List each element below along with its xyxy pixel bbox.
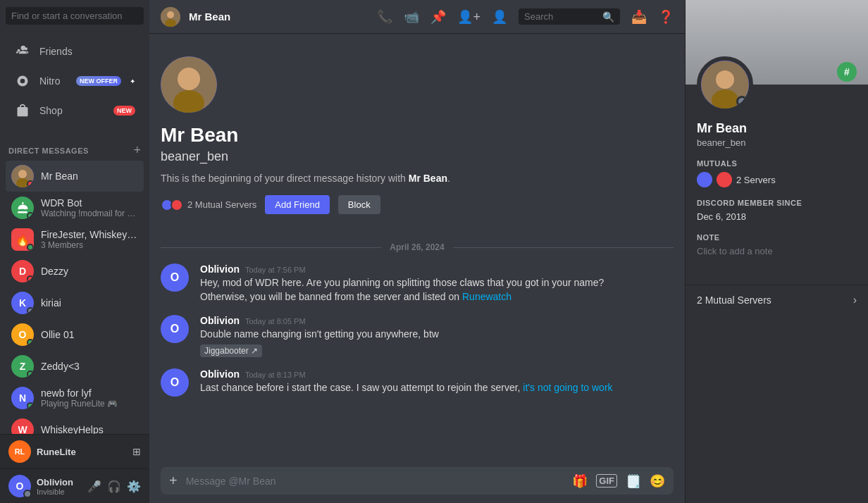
message-group-3: O Oblivion Today at 8:13 PM Last chance … (161, 368, 674, 397)
intro-actions: 2 Mutual Servers Add Friend Block (161, 195, 674, 214)
shop-badge: NEW (113, 106, 135, 116)
search-icon: 🔍 (602, 11, 614, 23)
svg-point-12 (716, 70, 734, 89)
intro-display-name: Mr Bean (161, 124, 674, 147)
shop-label: Shop (39, 105, 105, 116)
msg3-header: Oblivion Today at 8:13 PM (200, 368, 674, 380)
msg1-line2: Otherwise, you will be banned from the s… (200, 290, 674, 304)
intro-avatar (161, 56, 217, 113)
panel-avatar-area: # (686, 56, 868, 113)
panel-mutual-servers-row[interactable]: 2 Mutual Servers › (686, 285, 868, 315)
input-actions: 🎁 GIF 🗒️ 😊 (572, 473, 665, 489)
sidebar-item-friends[interactable]: Friends (6, 37, 144, 66)
ollie01-status (27, 339, 34, 346)
panel-display-name: Mr Bean (697, 121, 857, 136)
msg1-avatar: O (161, 263, 189, 292)
gif-icon[interactable]: GIF (596, 474, 617, 488)
dm-item-whiskeyhelps[interactable]: W WhiskeyHelps (6, 414, 144, 434)
dm-item-newbforlyf[interactable]: N newb for lyf Playing RuneLite 🎮 (6, 383, 144, 414)
message-input[interactable] (186, 476, 564, 487)
panel-mutuals-section: MUTUALS 2 Servers (697, 159, 857, 187)
inbox-button[interactable]: 📥 (631, 9, 647, 25)
msg3-line1: Last chance before i start the case. I s… (200, 381, 674, 395)
call-button[interactable]: 📞 (377, 9, 392, 25)
gift-icon[interactable]: 🎁 (572, 473, 588, 489)
nitro-icon (14, 73, 31, 89)
channel-avatar (161, 7, 180, 27)
message-input-bar: + 🎁 GIF 🗒️ 😊 (149, 459, 685, 503)
newbforlyf-sub: Playing RuneLite 🎮 (41, 399, 138, 409)
svg-point-6 (167, 11, 174, 18)
runescape-actions: ⊞ (132, 446, 141, 457)
msg1-time: Today at 7:56 PM (245, 266, 306, 274)
panel-member-since-section: DISCORD MEMBER SINCE Dec 6, 2018 (697, 199, 857, 222)
svg-point-1 (20, 79, 25, 84)
video-button[interactable]: 📹 (404, 9, 419, 25)
dezzy-name: Dezzy (41, 266, 138, 277)
sidebar-item-nitro[interactable]: Nitro NEW OFFER ✦ (6, 67, 144, 95)
newbforlyf-status (27, 402, 34, 409)
user-intro: Mr Bean beaner_ben This is the beginning… (161, 45, 674, 231)
dm-item-dezzy[interactable]: D Dezzy (6, 256, 144, 287)
attachment-button[interactable]: + (169, 473, 178, 489)
mute-button[interactable]: 🎤 (87, 480, 101, 493)
shop-icon (14, 102, 31, 119)
sidebar-nav: Friends Nitro NEW OFFER ✦ Shop NEW (0, 32, 149, 132)
dm-item-mrbean[interactable]: Mr Bean (6, 161, 144, 192)
pin-button[interactable]: 📌 (430, 9, 446, 25)
friends-icon (14, 43, 31, 60)
wdrbot-status (27, 212, 34, 219)
chevron-right-icon: › (853, 294, 857, 306)
intro-text: This is the beginning of your direct mes… (161, 173, 674, 184)
mrbean-status (27, 180, 34, 187)
deafen-button[interactable]: 🎧 (107, 480, 121, 493)
sidebar-item-shop[interactable]: Shop NEW (6, 97, 144, 125)
nitro-label: Nitro (39, 75, 68, 87)
whiskeyhelps-info: WhiskeyHelps (41, 424, 138, 434)
profile-button[interactable]: 👤 (492, 9, 507, 25)
settings-button[interactable]: ⚙️ (127, 480, 141, 493)
msg2-time: Today at 8:05 PM (245, 317, 306, 325)
ollie01-avatar: O (11, 323, 34, 346)
find-conversation-input[interactable] (6, 7, 144, 25)
help-button[interactable]: ❓ (658, 9, 674, 25)
add-friend-button[interactable]: Add Friend (265, 195, 330, 214)
wdrbot-sub: Watching !modmail for reports (41, 209, 138, 218)
intro-username: beaner_ben (161, 149, 674, 164)
main-content: Mr Bean 📞 📹 📌 👤+ 👤 🔍 📥 ❓ (149, 0, 685, 503)
msg1-author: Oblivion (200, 263, 240, 275)
panel-note-input[interactable]: Click to add a note (697, 246, 857, 256)
wdrbot-info: WDR Bot Watching !modmail for reports (41, 197, 138, 218)
emoji-icon[interactable]: 😊 (650, 473, 665, 489)
msg2-author: Oblivion (200, 315, 240, 326)
dm-item-kiriai[interactable]: K kiriai (6, 287, 144, 318)
add-friend-header-button[interactable]: 👤+ (457, 9, 480, 25)
search-wrapper: 🔍 (519, 8, 620, 25)
block-button[interactable]: Block (338, 195, 380, 214)
sticker-icon[interactable]: 🗒️ (626, 473, 641, 489)
msg3-avatar: O (161, 368, 189, 397)
wdrbot-name: WDR Bot (41, 197, 138, 209)
user-actions: 🎤 🎧 ⚙️ (87, 480, 141, 493)
kiriai-status (27, 307, 34, 314)
panel-status-dot (736, 96, 748, 107)
runescape-icon: RL (8, 440, 31, 463)
search-bar (0, 0, 149, 32)
dm-item-zeddyx3[interactable]: Z Zeddy<3 (6, 351, 144, 382)
message-group-1: O Oblivion Today at 7:56 PM Hey, mod of … (161, 263, 674, 304)
msg1-content: Oblivion Today at 7:56 PM Hey, mod of WD… (200, 263, 674, 304)
dm-item-firejester[interactable]: 🔥 FireJester, WhiskeyHe... 3 Members (6, 224, 144, 255)
msg2-header: Oblivion Today at 8:05 PM (200, 315, 674, 326)
zeddyx3-avatar: Z (11, 355, 34, 378)
user-avatar: O (8, 475, 31, 497)
create-dm-button[interactable]: + (133, 143, 141, 158)
msg2-tag: Jiggabooter ↗ (200, 342, 674, 357)
friends-label: Friends (39, 46, 135, 57)
user-status: Invisible (37, 488, 82, 496)
dm-item-wdrbot[interactable]: WDR Bot Watching !modmail for reports (6, 192, 144, 223)
mrbean-avatar (11, 165, 34, 187)
dm-item-ollie01[interactable]: O Ollie 01 (6, 319, 144, 350)
runescape-action-icon: ⊞ (132, 446, 141, 457)
panel-note-title: NOTE (697, 233, 857, 242)
msg3-content: Oblivion Today at 8:13 PM Last chance be… (200, 368, 674, 397)
